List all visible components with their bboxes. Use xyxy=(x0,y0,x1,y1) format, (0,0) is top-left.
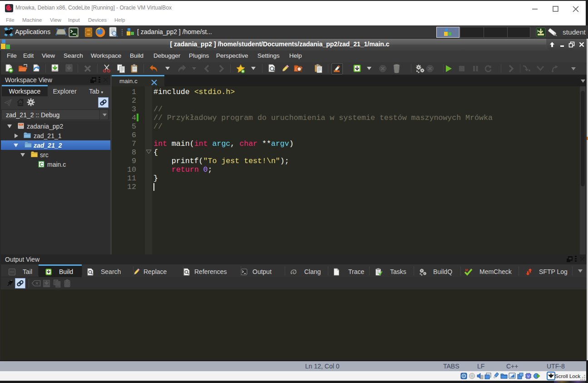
svg-text:V: V xyxy=(527,374,530,378)
svg-text:M: M xyxy=(465,269,468,272)
svg-text:C: C xyxy=(40,162,43,167)
